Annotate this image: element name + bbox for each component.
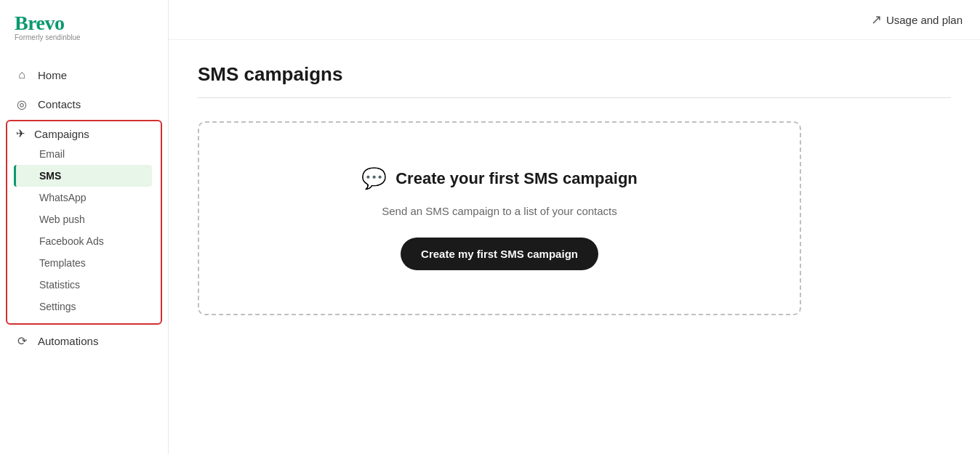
sidebar-item-campaigns[interactable]: ✈ Campaigns [16,127,152,140]
campaigns-icon: ✈ [16,127,25,140]
sidebar-item-home[interactable]: ⌂ Home [0,60,168,89]
sms-bubble-icon: 💬 [361,166,387,190]
sidebar-item-facebook-ads[interactable]: Facebook Ads [16,230,152,252]
sidebar-item-sms[interactable]: SMS [14,165,152,187]
create-first-campaign-button[interactable]: Create my first SMS campaign [401,238,598,270]
contacts-icon: ◎ [15,97,29,111]
empty-state-card: 💬 Create your first SMS campaign Send an… [198,121,801,315]
sidebar-item-campaigns-container: ✈ Campaigns Email SMS WhatsApp Web push … [6,120,162,325]
sidebar-campaigns-label: Campaigns [34,128,89,140]
top-bar: ↗ Usage and plan [169,0,980,40]
logo-area: Brevo Formerly sendinblue [0,0,168,53]
sidebar-item-contacts-label: Contacts [38,98,81,110]
campaigns-submenu: Email SMS WhatsApp Web push Facebook Ads… [16,143,152,317]
main-content: ↗ Usage and plan SMS campaigns 💬 Create … [169,0,980,454]
sidebar: Brevo Formerly sendinblue ⌂ Home ◎ Conta… [0,0,169,454]
sidebar-item-web-push[interactable]: Web push [16,208,152,230]
empty-state-heading: 💬 Create your first SMS campaign [361,166,638,190]
sidebar-nav: ⌂ Home ◎ Contacts ✈ Campaigns Email SMS … [0,53,168,454]
brand-formerly: Formerly sendinblue [15,34,153,41]
usage-plan-label: Usage and plan [886,14,963,26]
empty-state-title-text: Create your first SMS campaign [395,169,638,188]
page-content: SMS campaigns 💬 Create your first SMS ca… [169,40,980,454]
sidebar-item-templates[interactable]: Templates [16,252,152,274]
brand-name: Brevo [15,13,153,33]
sidebar-item-email[interactable]: Email [16,143,152,165]
sidebar-item-whatsapp[interactable]: WhatsApp [16,187,152,208]
sidebar-item-automations-label: Automations [38,335,98,347]
home-icon: ⌂ [15,68,29,82]
logo: Brevo Formerly sendinblue [15,13,153,41]
sidebar-item-home-label: Home [38,69,67,81]
empty-state-subtitle: Send an SMS campaign to a list of your c… [382,205,617,217]
sidebar-item-contacts[interactable]: ◎ Contacts [0,89,168,118]
usage-plan-button[interactable]: ↗ Usage and plan [871,12,963,28]
page-title: SMS campaigns [198,63,951,86]
usage-plan-icon: ↗ [871,12,882,28]
page-divider [198,97,951,98]
sidebar-item-settings[interactable]: Settings [16,296,152,317]
sidebar-item-automations[interactable]: ⟳ Automations [0,326,168,355]
sidebar-item-statistics[interactable]: Statistics [16,274,152,296]
automations-icon: ⟳ [15,333,29,348]
